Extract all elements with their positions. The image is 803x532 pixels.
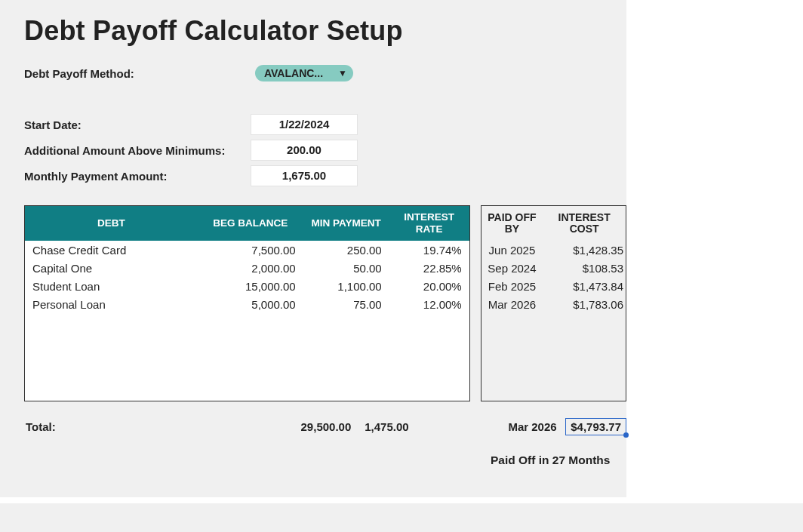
- method-label: Debt Payoff Method:: [24, 60, 251, 86]
- table-row[interactable]: Chase Credit Card7,500.00250.0019.74%: [25, 241, 469, 259]
- cell-debt[interactable]: Capital One: [25, 259, 198, 277]
- col-balance: BEG BALANCE: [198, 206, 303, 241]
- table-row: Mar 2026$1,783.06: [481, 295, 626, 313]
- totals-cost-cell[interactable]: $4,793.77: [565, 418, 626, 435]
- table-row[interactable]: Capital One2,000.0050.0022.85%: [25, 259, 469, 277]
- cell-min[interactable]: 1,100.00: [303, 277, 389, 295]
- cell-paidoff: Sep 2024: [481, 259, 543, 277]
- additional-amount-label: Additional Amount Above Minimums:: [24, 137, 251, 163]
- debts-table: DEBT BEG BALANCE MIN PAYMENT INTEREST RA…: [25, 206, 469, 313]
- results-table: PAID OFF BY INTEREST COST Jun 2025$1,428…: [481, 206, 626, 313]
- start-date-input[interactable]: 1/22/2024: [251, 114, 358, 135]
- table-row: Feb 2025$1,473.84: [481, 277, 626, 295]
- col-cost: INTEREST COST: [543, 206, 626, 241]
- table-row: Sep 2024$108.53: [481, 259, 626, 277]
- cell-debt[interactable]: Chase Credit Card: [25, 241, 198, 259]
- method-dropdown[interactable]: AVALANC... ▼: [255, 65, 353, 81]
- totals-cost: $4,793.77: [571, 420, 621, 433]
- cell-paidoff: Feb 2025: [481, 277, 543, 295]
- monthly-payment-input[interactable]: 1,675.00: [251, 165, 358, 186]
- cell-cost: $108.53: [543, 259, 626, 277]
- totals-paidoff: Mar 2026: [500, 420, 565, 433]
- config-table: Debt Payoff Method: AVALANC... ▼ Start D…: [24, 60, 358, 189]
- cell-paidoff: Jun 2025: [481, 241, 543, 259]
- cell-min[interactable]: 50.00: [303, 259, 389, 277]
- col-rate: INTEREST RATE: [389, 206, 469, 241]
- cell-debt[interactable]: Personal Loan: [25, 295, 198, 313]
- col-min: MIN PAYMENT: [303, 206, 389, 241]
- results-table-box: PAID OFF BY INTEREST COST Jun 2025$1,428…: [481, 205, 626, 401]
- cell-rate[interactable]: 20.00%: [389, 277, 469, 295]
- cell-debt[interactable]: Student Loan: [25, 277, 198, 295]
- table-row[interactable]: Personal Loan5,000.0075.0012.00%: [25, 295, 469, 313]
- page-title: Debt Payoff Calculator Setup: [24, 15, 626, 47]
- totals-label: Total:: [24, 420, 229, 433]
- cell-rate[interactable]: 22.85%: [389, 259, 469, 277]
- table-row[interactable]: Student Loan15,000.001,100.0020.00%: [25, 277, 469, 295]
- cell-rate[interactable]: 19.74%: [389, 241, 469, 259]
- cell-balance[interactable]: 15,000.00: [198, 277, 303, 295]
- totals-row: Total: 29,500.00 1,475.00 Mar 2026 $4,79…: [24, 418, 626, 435]
- paid-off-note: Paid Off in 27 Months: [491, 454, 626, 467]
- chevron-down-icon: ▼: [338, 68, 347, 78]
- method-dropdown-value: AVALANC...: [264, 67, 323, 79]
- totals-min: 1,475.00: [358, 420, 444, 433]
- table-row: Jun 2025$1,428.35: [481, 241, 626, 259]
- cell-min[interactable]: 250.00: [303, 241, 389, 259]
- cell-cost: $1,473.84: [543, 277, 626, 295]
- additional-amount-input[interactable]: 200.00: [251, 140, 358, 161]
- start-date-label: Start Date:: [24, 112, 251, 137]
- debt-payoff-setup: Debt Payoff Calculator Setup Debt Payoff…: [0, 0, 626, 497]
- col-paidoff: PAID OFF BY: [481, 206, 543, 241]
- col-debt: DEBT: [25, 206, 198, 241]
- debts-table-box: DEBT BEG BALANCE MIN PAYMENT INTEREST RA…: [24, 205, 470, 401]
- cell-balance[interactable]: 7,500.00: [198, 241, 303, 259]
- cell-cost: $1,783.06: [543, 295, 626, 313]
- totals-balance: 29,500.00: [229, 420, 358, 433]
- cell-balance[interactable]: 5,000.00: [198, 295, 303, 313]
- fill-handle-icon[interactable]: [623, 432, 629, 438]
- cell-balance[interactable]: 2,000.00: [198, 259, 303, 277]
- monthly-payment-label: Monthly Payment Amount:: [24, 163, 251, 189]
- cell-paidoff: Mar 2026: [481, 295, 543, 313]
- cell-cost: $1,428.35: [543, 241, 626, 259]
- cell-rate[interactable]: 12.00%: [389, 295, 469, 313]
- cell-min[interactable]: 75.00: [303, 295, 389, 313]
